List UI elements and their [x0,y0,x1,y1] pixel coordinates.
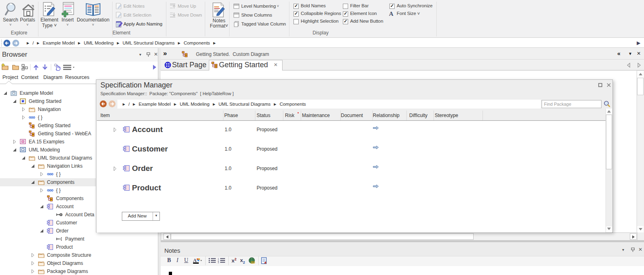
svg-text:A: A [193,258,197,263]
svg-text:3: 3 [218,261,219,264]
